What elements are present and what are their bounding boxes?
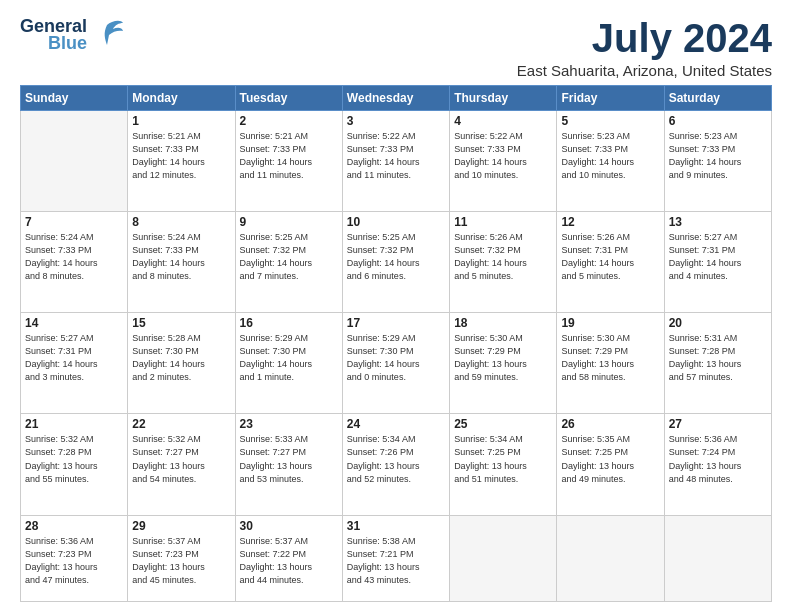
day-number: 24 (347, 417, 445, 431)
table-row (450, 515, 557, 601)
day-number: 20 (669, 316, 767, 330)
day-info: Sunrise: 5:31 AM Sunset: 7:28 PM Dayligh… (669, 332, 767, 384)
day-info: Sunrise: 5:34 AM Sunset: 7:26 PM Dayligh… (347, 433, 445, 485)
day-info: Sunrise: 5:26 AM Sunset: 7:32 PM Dayligh… (454, 231, 552, 283)
day-info: Sunrise: 5:35 AM Sunset: 7:25 PM Dayligh… (561, 433, 659, 485)
day-number: 5 (561, 114, 659, 128)
day-number: 30 (240, 519, 338, 533)
table-row: 29Sunrise: 5:37 AM Sunset: 7:23 PM Dayli… (128, 515, 235, 601)
table-row: 30Sunrise: 5:37 AM Sunset: 7:22 PM Dayli… (235, 515, 342, 601)
table-row: 31Sunrise: 5:38 AM Sunset: 7:21 PM Dayli… (342, 515, 449, 601)
day-number: 12 (561, 215, 659, 229)
table-row: 27Sunrise: 5:36 AM Sunset: 7:24 PM Dayli… (664, 414, 771, 515)
day-number: 23 (240, 417, 338, 431)
day-info: Sunrise: 5:27 AM Sunset: 7:31 PM Dayligh… (25, 332, 123, 384)
day-info: Sunrise: 5:21 AM Sunset: 7:33 PM Dayligh… (240, 130, 338, 182)
table-row: 24Sunrise: 5:34 AM Sunset: 7:26 PM Dayli… (342, 414, 449, 515)
table-row: 1Sunrise: 5:21 AM Sunset: 7:33 PM Daylig… (128, 111, 235, 212)
day-number: 8 (132, 215, 230, 229)
col-tuesday: Tuesday (235, 86, 342, 111)
col-wednesday: Wednesday (342, 86, 449, 111)
table-row: 28Sunrise: 5:36 AM Sunset: 7:23 PM Dayli… (21, 515, 128, 601)
table-row: 16Sunrise: 5:29 AM Sunset: 7:30 PM Dayli… (235, 313, 342, 414)
calendar-table: Sunday Monday Tuesday Wednesday Thursday… (20, 85, 772, 602)
day-info: Sunrise: 5:21 AM Sunset: 7:33 PM Dayligh… (132, 130, 230, 182)
day-info: Sunrise: 5:22 AM Sunset: 7:33 PM Dayligh… (347, 130, 445, 182)
day-number: 4 (454, 114, 552, 128)
day-number: 21 (25, 417, 123, 431)
day-info: Sunrise: 5:22 AM Sunset: 7:33 PM Dayligh… (454, 130, 552, 182)
col-monday: Monday (128, 86, 235, 111)
day-info: Sunrise: 5:26 AM Sunset: 7:31 PM Dayligh… (561, 231, 659, 283)
table-row (664, 515, 771, 601)
day-number: 16 (240, 316, 338, 330)
table-row: 4Sunrise: 5:22 AM Sunset: 7:33 PM Daylig… (450, 111, 557, 212)
col-friday: Friday (557, 86, 664, 111)
day-number: 6 (669, 114, 767, 128)
col-saturday: Saturday (664, 86, 771, 111)
table-row: 9Sunrise: 5:25 AM Sunset: 7:32 PM Daylig… (235, 212, 342, 313)
day-info: Sunrise: 5:30 AM Sunset: 7:29 PM Dayligh… (454, 332, 552, 384)
table-row: 12Sunrise: 5:26 AM Sunset: 7:31 PM Dayli… (557, 212, 664, 313)
calendar-week-4: 21Sunrise: 5:32 AM Sunset: 7:28 PM Dayli… (21, 414, 772, 515)
day-number: 9 (240, 215, 338, 229)
logo: General Blue (20, 16, 125, 54)
table-row: 18Sunrise: 5:30 AM Sunset: 7:29 PM Dayli… (450, 313, 557, 414)
calendar-header-row: Sunday Monday Tuesday Wednesday Thursday… (21, 86, 772, 111)
table-row: 19Sunrise: 5:30 AM Sunset: 7:29 PM Dayli… (557, 313, 664, 414)
day-number: 2 (240, 114, 338, 128)
day-info: Sunrise: 5:36 AM Sunset: 7:24 PM Dayligh… (669, 433, 767, 485)
day-number: 10 (347, 215, 445, 229)
table-row: 3Sunrise: 5:22 AM Sunset: 7:33 PM Daylig… (342, 111, 449, 212)
calendar-page: General Blue July 2024 East Sahuarita, A… (0, 0, 792, 612)
calendar-week-1: 1Sunrise: 5:21 AM Sunset: 7:33 PM Daylig… (21, 111, 772, 212)
day-info: Sunrise: 5:24 AM Sunset: 7:33 PM Dayligh… (25, 231, 123, 283)
day-info: Sunrise: 5:29 AM Sunset: 7:30 PM Dayligh… (347, 332, 445, 384)
day-number: 15 (132, 316, 230, 330)
calendar-week-5: 28Sunrise: 5:36 AM Sunset: 7:23 PM Dayli… (21, 515, 772, 601)
col-thursday: Thursday (450, 86, 557, 111)
day-number: 1 (132, 114, 230, 128)
day-number: 19 (561, 316, 659, 330)
table-row: 13Sunrise: 5:27 AM Sunset: 7:31 PM Dayli… (664, 212, 771, 313)
day-info: Sunrise: 5:30 AM Sunset: 7:29 PM Dayligh… (561, 332, 659, 384)
day-info: Sunrise: 5:34 AM Sunset: 7:25 PM Dayligh… (454, 433, 552, 485)
day-info: Sunrise: 5:23 AM Sunset: 7:33 PM Dayligh… (561, 130, 659, 182)
day-number: 22 (132, 417, 230, 431)
day-number: 14 (25, 316, 123, 330)
table-row (21, 111, 128, 212)
day-info: Sunrise: 5:37 AM Sunset: 7:23 PM Dayligh… (132, 535, 230, 587)
day-info: Sunrise: 5:37 AM Sunset: 7:22 PM Dayligh… (240, 535, 338, 587)
table-row: 17Sunrise: 5:29 AM Sunset: 7:30 PM Dayli… (342, 313, 449, 414)
day-number: 27 (669, 417, 767, 431)
day-info: Sunrise: 5:29 AM Sunset: 7:30 PM Dayligh… (240, 332, 338, 384)
header: General Blue July 2024 East Sahuarita, A… (20, 16, 772, 79)
day-number: 18 (454, 316, 552, 330)
table-row: 5Sunrise: 5:23 AM Sunset: 7:33 PM Daylig… (557, 111, 664, 212)
day-info: Sunrise: 5:24 AM Sunset: 7:33 PM Dayligh… (132, 231, 230, 283)
logo-blue: Blue (48, 33, 87, 54)
day-number: 26 (561, 417, 659, 431)
table-row: 8Sunrise: 5:24 AM Sunset: 7:33 PM Daylig… (128, 212, 235, 313)
day-info: Sunrise: 5:25 AM Sunset: 7:32 PM Dayligh… (240, 231, 338, 283)
day-number: 3 (347, 114, 445, 128)
day-number: 17 (347, 316, 445, 330)
table-row: 6Sunrise: 5:23 AM Sunset: 7:33 PM Daylig… (664, 111, 771, 212)
day-number: 25 (454, 417, 552, 431)
day-info: Sunrise: 5:25 AM Sunset: 7:32 PM Dayligh… (347, 231, 445, 283)
day-info: Sunrise: 5:27 AM Sunset: 7:31 PM Dayligh… (669, 231, 767, 283)
day-number: 7 (25, 215, 123, 229)
table-row: 15Sunrise: 5:28 AM Sunset: 7:30 PM Dayli… (128, 313, 235, 414)
title-block: July 2024 East Sahuarita, Arizona, Unite… (517, 16, 772, 79)
table-row: 11Sunrise: 5:26 AM Sunset: 7:32 PM Dayli… (450, 212, 557, 313)
table-row: 7Sunrise: 5:24 AM Sunset: 7:33 PM Daylig… (21, 212, 128, 313)
day-info: Sunrise: 5:28 AM Sunset: 7:30 PM Dayligh… (132, 332, 230, 384)
day-number: 28 (25, 519, 123, 533)
table-row: 26Sunrise: 5:35 AM Sunset: 7:25 PM Dayli… (557, 414, 664, 515)
calendar-week-2: 7Sunrise: 5:24 AM Sunset: 7:33 PM Daylig… (21, 212, 772, 313)
table-row: 10Sunrise: 5:25 AM Sunset: 7:32 PM Dayli… (342, 212, 449, 313)
main-title: July 2024 (517, 16, 772, 60)
day-number: 29 (132, 519, 230, 533)
table-row (557, 515, 664, 601)
day-info: Sunrise: 5:33 AM Sunset: 7:27 PM Dayligh… (240, 433, 338, 485)
